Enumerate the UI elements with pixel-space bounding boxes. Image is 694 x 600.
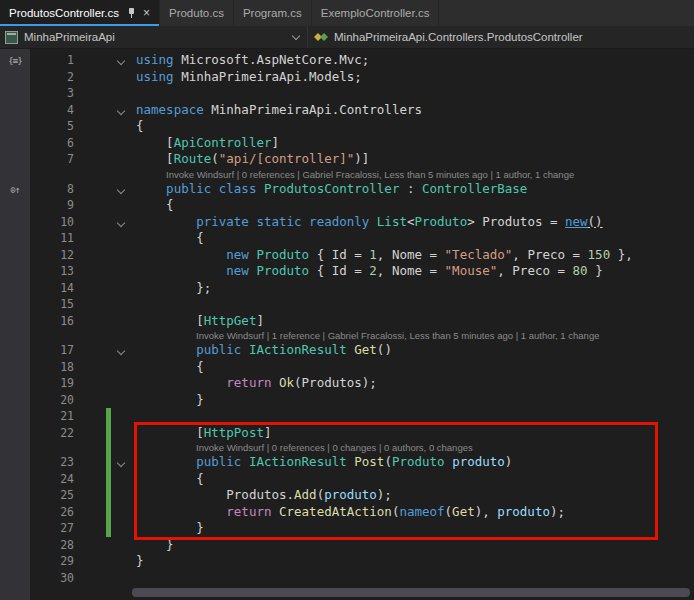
code-text[interactable] — [130, 570, 694, 587]
codelens-text[interactable]: Invoke Windsurf | 0 references | Gabriel… — [130, 168, 694, 181]
code-line[interactable]: 9 { — [0, 197, 694, 214]
fold-chevron-icon[interactable] — [117, 106, 125, 114]
horizontal-scrollbar[interactable] — [132, 588, 690, 597]
code-line[interactable]: 15 — [0, 296, 694, 313]
code-text[interactable]: new Produto { Id = 2, Nome = "Mouse", Pr… — [130, 263, 694, 280]
editor-tab[interactable]: ExemploController.cs — [312, 0, 440, 26]
code-text[interactable]: public IActionResult Get() — [130, 342, 694, 359]
code-line[interactable]: ⊙↑8 public class ProdutosController : Co… — [0, 181, 694, 198]
code-text[interactable]: using MinhaPrimeiraApi.Models; — [130, 69, 694, 86]
line-number[interactable]: 8 — [30, 181, 82, 198]
code-line[interactable]: 22 [HttpPost] — [0, 425, 694, 442]
pin-icon[interactable] — [127, 7, 136, 19]
code-text[interactable]: { — [130, 359, 694, 376]
codelens-row[interactable]: Invoke Windsurf | 0 references | Gabriel… — [0, 168, 694, 181]
code-text[interactable]: [HttpPost] — [130, 425, 694, 442]
code-line[interactable]: 19 return Ok(Produtos); — [0, 375, 694, 392]
code-text[interactable]: [HttpGet] — [130, 313, 694, 330]
fold-chevron-icon[interactable] — [117, 218, 125, 226]
line-number[interactable]: 4 — [30, 102, 82, 119]
code-text[interactable]: return Ok(Produtos); — [130, 375, 694, 392]
code-line[interactable]: 30 — [0, 570, 694, 587]
code-text[interactable]: { — [130, 230, 694, 247]
code-line[interactable]: 28 } — [0, 537, 694, 554]
code-line[interactable]: 7 [Route("api/[controller]")] — [0, 151, 694, 168]
code-line[interactable]: 29} — [0, 553, 694, 570]
line-number[interactable]: 12 — [30, 247, 82, 264]
line-number[interactable]: 23 — [30, 454, 82, 471]
fold-chevron-icon[interactable] — [117, 347, 125, 355]
code-text[interactable]: new Produto { Id = 1, Nome = "Teclado", … — [130, 247, 694, 264]
line-number[interactable]: 3 — [30, 85, 82, 102]
outline-margin-icon[interactable]: {≡} — [8, 55, 22, 66]
code-text[interactable]: Produtos.Add(produto); — [130, 487, 694, 504]
fold-chevron-icon[interactable] — [117, 57, 125, 65]
line-number[interactable]: 15 — [30, 296, 82, 313]
line-number[interactable]: 13 — [30, 263, 82, 280]
code-line[interactable]: 12 new Produto { Id = 1, Nome = "Teclado… — [0, 247, 694, 264]
line-number[interactable]: 21 — [30, 408, 82, 425]
code-text[interactable]: using Microsoft.AspNetCore.Mvc; — [130, 52, 694, 69]
code-line[interactable]: 5{ — [0, 118, 694, 135]
line-number[interactable]: 5 — [30, 118, 82, 135]
code-text[interactable]: [ApiController] — [130, 135, 694, 152]
code-line[interactable]: 25 Produtos.Add(produto); — [0, 487, 694, 504]
code-text[interactable]: { — [130, 118, 694, 135]
code-text[interactable] — [130, 296, 694, 313]
codelens-row[interactable]: Invoke Windsurf | 0 references | 0 chang… — [0, 441, 694, 454]
codelens-row[interactable]: Invoke Windsurf | 1 reference | Gabriel … — [0, 329, 694, 342]
line-number[interactable]: 11 — [30, 230, 82, 247]
code-text[interactable]: { — [130, 471, 694, 488]
line-number[interactable]: 29 — [30, 553, 82, 570]
code-text[interactable]: public class ProdutosController : Contro… — [130, 181, 694, 198]
code-text[interactable] — [130, 85, 694, 102]
line-number[interactable]: 25 — [30, 487, 82, 504]
code-text[interactable]: } — [130, 520, 694, 537]
code-line[interactable]: 2using MinhaPrimeiraApi.Models; — [0, 69, 694, 86]
line-number[interactable]: 17 — [30, 342, 82, 359]
project-dropdown[interactable]: MinhaPrimeiraApi — [0, 26, 308, 48]
code-text[interactable] — [130, 408, 694, 425]
line-number[interactable] — [30, 329, 82, 342]
code-line[interactable]: 3 — [0, 85, 694, 102]
line-number[interactable]: 6 — [30, 135, 82, 152]
fold-chevron-icon[interactable] — [117, 185, 125, 193]
code-line[interactable]: 14 }; — [0, 280, 694, 297]
code-line[interactable]: 20 } — [0, 392, 694, 409]
line-number[interactable]: 24 — [30, 471, 82, 488]
line-number[interactable]: 7 — [30, 151, 82, 168]
line-number[interactable]: 28 — [30, 537, 82, 554]
code-line[interactable]: 23 public IActionResult Post(Produto pro… — [0, 454, 694, 471]
close-icon[interactable]: × — [143, 7, 150, 19]
line-number[interactable]: 20 — [30, 392, 82, 409]
editor-tab[interactable]: Program.cs — [234, 0, 312, 26]
line-number[interactable] — [30, 168, 82, 181]
line-number[interactable]: 1 — [30, 52, 82, 69]
line-number[interactable]: 27 — [30, 520, 82, 537]
code-line[interactable]: 10 private static readonly List<Produto>… — [0, 214, 694, 231]
code-line[interactable]: 24 { — [0, 471, 694, 488]
code-text[interactable]: } — [130, 537, 694, 554]
code-line[interactable]: 11 { — [0, 230, 694, 247]
code-text[interactable]: }; — [130, 280, 694, 297]
line-number[interactable]: 9 — [30, 197, 82, 214]
code-line[interactable]: 16 [HttpGet] — [0, 313, 694, 330]
line-number[interactable]: 16 — [30, 313, 82, 330]
code-line[interactable]: 26 return CreatedAtAction(nameof(Get), p… — [0, 504, 694, 521]
line-number[interactable]: 26 — [30, 504, 82, 521]
fold-chevron-icon[interactable] — [117, 459, 125, 467]
editor-tab[interactable]: ProdutosController.cs× — [0, 0, 160, 26]
code-text[interactable]: { — [130, 197, 694, 214]
editor-tab[interactable]: Produto.cs — [160, 0, 234, 26]
line-number[interactable]: 22 — [30, 425, 82, 442]
code-text[interactable]: private static readonly List<Produto> Pr… — [130, 214, 694, 231]
line-number[interactable]: 19 — [30, 375, 82, 392]
code-text[interactable]: return CreatedAtAction(nameof(Get), prod… — [130, 504, 694, 521]
code-line[interactable]: 27 } — [0, 520, 694, 537]
codelens-text[interactable]: Invoke Windsurf | 0 references | 0 chang… — [130, 441, 694, 454]
line-number[interactable]: 30 — [30, 570, 82, 587]
code-text[interactable]: public IActionResult Post(Produto produt… — [130, 454, 694, 471]
code-line[interactable]: {≡}1using Microsoft.AspNetCore.Mvc; — [0, 52, 694, 69]
reference-margin-icon[interactable]: ⊙↑ — [10, 184, 19, 195]
code-text[interactable]: } — [130, 392, 694, 409]
